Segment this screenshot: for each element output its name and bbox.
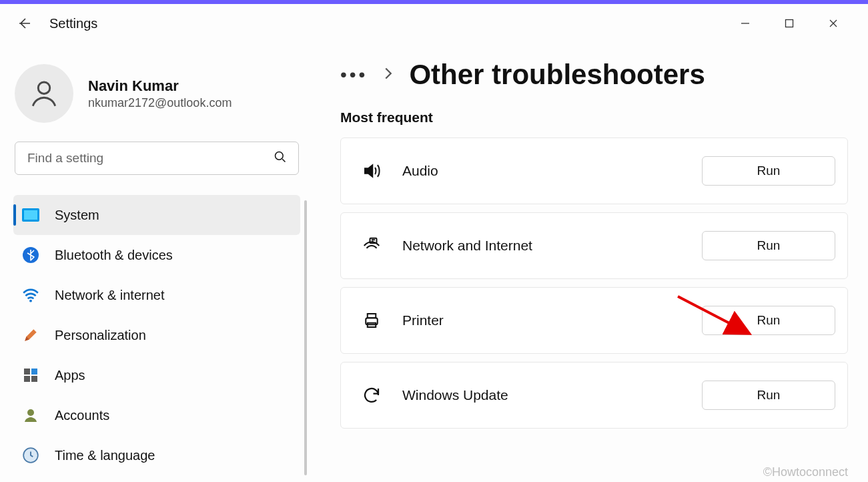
profile-email: nkumar2172@outlook.com <box>88 96 232 110</box>
sidebar-item-label: Personalization <box>55 328 146 343</box>
bluetooth-icon <box>21 246 40 264</box>
profile-name: Navin Kumar <box>88 77 232 95</box>
svg-rect-9 <box>24 376 30 382</box>
close-icon <box>829 19 838 28</box>
sidebar-item-time-language[interactable]: Time & language <box>13 435 300 475</box>
back-button[interactable] <box>11 10 37 37</box>
sidebar-item-network[interactable]: Network & internet <box>13 275 300 315</box>
search-input[interactable] <box>15 142 299 175</box>
system-icon <box>21 206 40 224</box>
sidebar-item-accounts[interactable]: Accounts <box>13 395 300 435</box>
sidebar-item-personalization[interactable]: Personalization <box>13 315 300 355</box>
app-title: Settings <box>49 16 97 31</box>
section-label: Most frequent <box>340 109 848 126</box>
search-icon <box>274 150 287 166</box>
apps-icon <box>21 366 40 385</box>
maximize-icon <box>785 19 794 28</box>
run-button-audio[interactable]: Run <box>702 156 835 186</box>
svg-rect-7 <box>24 369 30 375</box>
profile-block[interactable]: Navin Kumar nkumar2172@outlook.com <box>13 61 307 142</box>
svg-rect-0 <box>786 20 793 27</box>
troubleshooter-label: Windows Update <box>402 387 508 403</box>
troubleshooter-label: Printer <box>402 312 444 328</box>
search-wrapper <box>15 142 299 175</box>
run-button-network[interactable]: Run <box>702 231 835 260</box>
breadcrumb-overflow[interactable]: ••• <box>340 65 368 84</box>
brush-icon <box>21 326 40 344</box>
run-button-printer[interactable]: Run <box>702 306 835 335</box>
sidebar-item-label: Network & internet <box>55 288 165 303</box>
troubleshooter-label: Network and Internet <box>402 238 532 254</box>
titlebar: Settings <box>0 4 868 43</box>
wifi-icon <box>21 286 40 304</box>
speaker-icon <box>358 161 385 181</box>
run-button-update[interactable]: Run <box>702 381 835 410</box>
sidebar-item-bluetooth[interactable]: Bluetooth & devices <box>13 235 300 275</box>
svg-rect-15 <box>368 314 376 318</box>
sidebar-item-label: Time & language <box>55 448 155 463</box>
svg-rect-10 <box>31 376 37 382</box>
svg-point-11 <box>27 409 34 416</box>
svg-point-6 <box>29 300 32 302</box>
svg-point-1 <box>38 82 50 94</box>
update-icon <box>358 385 385 405</box>
minimize-icon <box>741 19 750 28</box>
chevron-right-icon <box>384 67 393 83</box>
troubleshooter-audio: Audio Run <box>340 138 848 204</box>
minimize-button[interactable] <box>733 11 757 35</box>
maximize-button[interactable] <box>777 11 801 35</box>
main-content: ••• Other troubleshooters Most frequent … <box>314 43 868 482</box>
sidebar-item-label: Apps <box>55 368 85 383</box>
sidebar-item-apps[interactable]: Apps <box>13 355 300 395</box>
troubleshooter-printer: Printer Run <box>340 287 848 354</box>
svg-point-2 <box>276 152 284 160</box>
watermark: ©Howtoconnect <box>763 465 848 479</box>
accounts-icon <box>21 406 40 425</box>
sidebar-item-label: Accounts <box>55 408 109 423</box>
clock-icon <box>21 446 40 465</box>
page-title: Other troubleshooters <box>409 59 705 91</box>
person-icon <box>27 77 61 110</box>
troubleshooter-label: Audio <box>402 163 438 179</box>
sidebar: Navin Kumar nkumar2172@outlook.com Syste… <box>0 43 314 482</box>
network-icon <box>358 236 385 256</box>
svg-rect-8 <box>31 369 37 375</box>
troubleshooter-windows-update: Windows Update Run <box>340 362 848 429</box>
close-button[interactable] <box>821 11 845 35</box>
sidebar-item-system[interactable]: System <box>13 195 300 235</box>
printer-icon <box>358 310 385 330</box>
troubleshooter-network: Network and Internet Run <box>340 212 848 279</box>
breadcrumb: ••• Other troubleshooters <box>340 59 848 91</box>
sidebar-item-label: System <box>55 208 99 223</box>
svg-rect-4 <box>24 210 37 220</box>
window-controls <box>733 11 857 35</box>
sidebar-item-label: Bluetooth & devices <box>55 248 173 263</box>
sidebar-nav: System Bluetooth & devices Network & int… <box>13 195 307 475</box>
back-arrow-icon <box>16 15 32 31</box>
avatar <box>15 64 73 123</box>
